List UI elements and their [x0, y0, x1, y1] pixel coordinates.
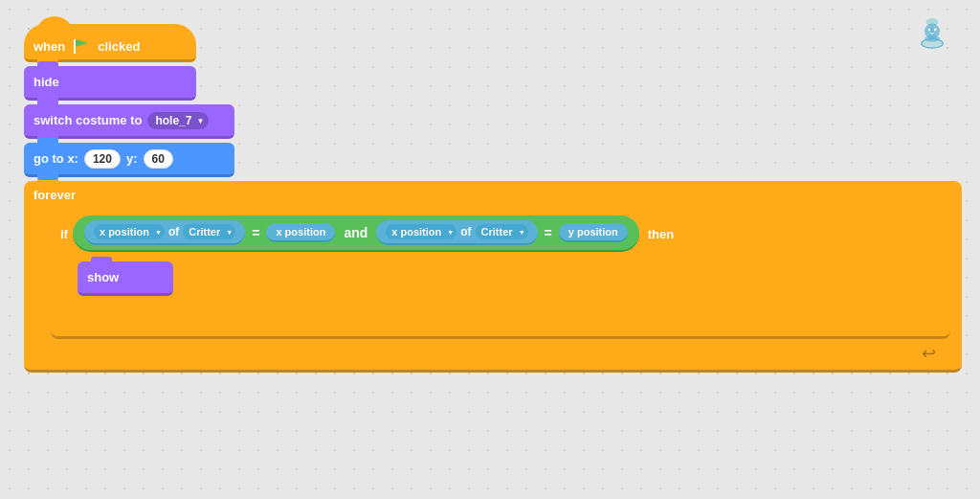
svg-marker-1 [76, 39, 88, 47]
when-label: when [33, 39, 65, 54]
then-label: then [648, 227, 674, 241]
if-label: if [60, 227, 68, 241]
show-block[interactable]: show [78, 261, 173, 296]
svg-point-6 [924, 24, 940, 39]
svg-point-8 [934, 29, 936, 31]
switch-costume-block[interactable]: switch costume to hole_7 [24, 104, 234, 139]
sensing-dropdown-right[interactable]: x position [386, 224, 457, 239]
flag-icon [73, 39, 90, 54]
sensing-right-value: x position [391, 226, 441, 238]
loop-arrow-container: ↩ [904, 343, 952, 370]
critter-right-value: Critter [481, 226, 513, 238]
hat-block[interactable]: when clicked [24, 24, 196, 62]
svg-point-7 [928, 29, 930, 31]
sensing-block-left[interactable]: x position of Critter [84, 220, 245, 245]
show-label: show [87, 270, 119, 284]
y-input[interactable]: 60 [144, 149, 173, 169]
x-position-oval: x position [266, 223, 335, 242]
loop-arrow-icon: ↩ [922, 343, 936, 364]
forever-label: forever [24, 181, 962, 206]
hide-label: hide [33, 75, 59, 89]
svg-rect-0 [74, 39, 76, 54]
forever-block[interactable]: forever if x position [24, 181, 962, 373]
sensing-left-value: x position [100, 226, 149, 238]
goto-block[interactable]: go to x: 120 y: 60 [24, 143, 234, 177]
equals-right: = [545, 225, 552, 240]
costume-dropdown[interactable]: hole_7 [147, 112, 209, 129]
clicked-label: clicked [98, 39, 140, 54]
equals-left: = [252, 225, 259, 240]
scratch-block-stack: when clicked hide switch costume to hole… [24, 24, 962, 373]
goto-label: go to x: [33, 151, 78, 166]
hide-block[interactable]: hide [24, 66, 196, 101]
sensing-dropdown-left[interactable]: x position [94, 224, 165, 239]
critter-left-value: Critter [189, 226, 220, 238]
sensing-block-right[interactable]: x position of Critter [376, 220, 537, 245]
and-label: and [344, 225, 368, 240]
if-row: if x position of Critter [51, 210, 950, 258]
switch-costume-label: switch costume to [33, 113, 142, 127]
y-position-oval: y position [559, 223, 628, 242]
of-right-label: of [460, 225, 471, 238]
y-label: y: [126, 151, 138, 166]
of-left-label: of [168, 225, 179, 238]
if-block[interactable]: if x position of Critter [51, 210, 950, 339]
x-input[interactable]: 120 [84, 149, 121, 169]
if-inner: show [78, 258, 943, 317]
scratch-lamp-icon [913, 14, 951, 53]
critter-dropdown-right[interactable]: Critter [476, 224, 528, 239]
critter-dropdown-left[interactable]: Critter [183, 224, 235, 239]
and-operator-block[interactable]: x position of Critter = x position [73, 215, 639, 252]
costume-value: hole_7 [155, 114, 191, 127]
